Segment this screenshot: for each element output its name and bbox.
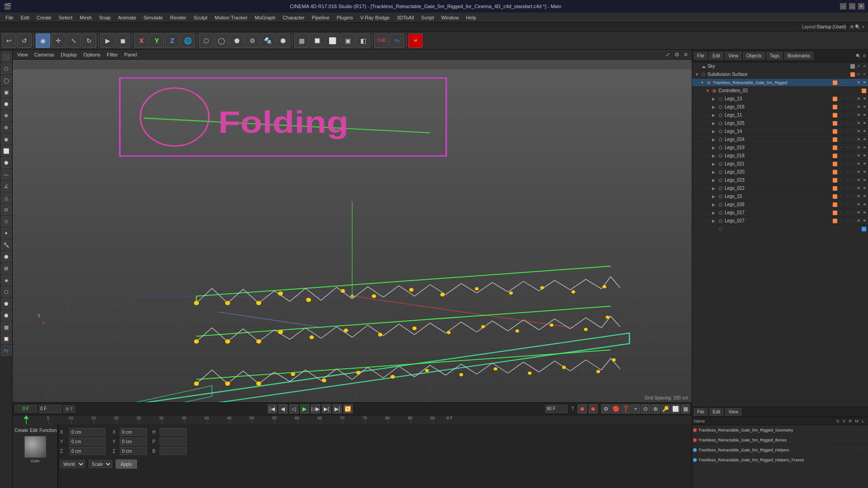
l023-b4[interactable]: ✕ [856,178,861,183]
legs019-expand[interactable]: ▶ [712,145,717,150]
redo-button[interactable]: ↺ [17,33,32,48]
legs023-expand[interactable]: ▶ [712,178,717,183]
l020-b3[interactable]: · [850,169,855,175]
l024-b4[interactable]: ✕ [856,137,861,142]
menu-snap[interactable]: Snap [95,13,114,23]
obj-row-legs11[interactable]: ▶ ⬡ Legs_11 ···✕✕ [692,111,868,119]
obj-view-btn[interactable]: View [725,52,741,60]
l016-b3[interactable]: · [850,104,855,110]
apply-button[interactable]: Apply [116,460,137,469]
l025-b5[interactable]: ✕ [862,121,867,126]
l027-b1[interactable]: · [838,218,844,224]
record-button[interactable]: ⏺ [578,404,587,413]
viewport-icon-settings[interactable]: ⚙ [673,51,681,59]
tool11[interactable]: ◧ [356,33,370,48]
obj-row-legs027[interactable]: ▶ ⬡ Legs_027 ···✕✕ [692,217,868,225]
b-field[interactable] [160,447,187,455]
sky-badge-2[interactable]: ✓ [862,64,867,69]
l022-b2[interactable]: · [844,186,849,191]
frame-input[interactable] [39,405,61,413]
l017-b2[interactable]: · [844,210,849,216]
l020-b1[interactable]: · [838,169,844,175]
l017-b4[interactable]: ✕ [856,210,861,216]
left-tool-24[interactable]: 🔲 [1,333,12,344]
sub-badge-1[interactable]: ✓ [856,72,861,77]
x-size-field[interactable]: 0 cm [120,428,147,436]
tool9[interactable]: ⬜ [325,33,340,48]
l017-b1[interactable]: · [838,210,844,216]
viewport-menu-panel[interactable]: Panel [122,50,140,60]
obj-row-legs15[interactable]: ▶ ⬡ Legs_15 ···✕✕ [692,192,868,201]
obj-row-legs018[interactable]: ▶ ⬡ Legs_018 ···✕✕ [692,152,868,160]
minimize-button[interactable]: ─ [840,3,846,9]
main-b1[interactable]: · [838,80,844,85]
tool4[interactable]: ⚙ [245,33,259,48]
l022-b3[interactable]: · [850,186,855,191]
left-tool-14[interactable]: ☉ [1,216,12,227]
record-active-button[interactable]: ⏺ [589,404,598,413]
timeline-tool-9[interactable]: ▦ [681,404,690,413]
legs018-expand[interactable]: ▶ [712,154,717,158]
left-tool-22[interactable]: ⬣ [1,310,12,321]
scale-dropdown[interactable]: Scale Size [89,460,112,468]
l022-b4[interactable]: ✕ [856,186,861,191]
attr-view-btn[interactable]: View [725,408,741,416]
obj-row-legs026[interactable]: ▶ ⬡ Legs_026 ···✕✕ [692,201,868,209]
left-tool-1[interactable]: ⬡ [1,63,12,74]
l021-b5[interactable]: ✕ [862,161,867,167]
maximize-button[interactable]: □ [849,3,855,9]
l13-b1[interactable]: · [838,96,844,102]
obj-edit-btn[interactable]: Edit [709,52,723,60]
menu-animate[interactable]: Animate [114,13,140,23]
end-frame-input[interactable] [545,405,568,413]
tool1[interactable]: ⬡ [199,33,213,48]
l14-b5[interactable]: ✕ [862,129,867,134]
render-view-button[interactable]: ▶ [100,33,115,48]
menu-sculpt[interactable]: Sculpt [190,13,211,23]
obj-row-controllers02-end[interactable]: ⬡ [692,225,868,233]
l027-b3[interactable]: · [850,218,855,224]
menu-create[interactable]: Create [33,13,55,23]
play-forward-button[interactable]: ▷▶ [311,404,320,413]
material-item[interactable]: Gate [14,436,56,463]
l020-b2[interactable]: · [844,169,849,175]
subdivision-expand[interactable]: ▼ [695,72,700,77]
l016-b2[interactable]: · [844,104,849,110]
legs14-expand[interactable]: ▶ [712,129,717,134]
l14-b1[interactable]: · [838,129,844,134]
material-create-btn[interactable]: Create [14,428,28,433]
ctrl02-expand[interactable]: ▼ [706,89,711,93]
l14-b3[interactable]: · [850,129,855,134]
l024-b5[interactable]: ✕ [862,137,867,142]
timeline-tool-4[interactable]: + [631,404,640,413]
x-axis-button[interactable]: X [134,33,149,48]
obj-row-legs14[interactable]: ▶ ⬡ Legs_14 ···✕✕ [692,127,868,136]
legs025-expand[interactable]: ▶ [712,121,717,126]
move-button[interactable]: ✛ [51,33,66,48]
legs022-expand[interactable]: ▶ [712,186,717,191]
tool2[interactable]: ◯ [214,33,229,48]
legs017-expand[interactable]: ▶ [712,211,717,215]
menu-3dtoall[interactable]: 3DToAll [393,13,418,23]
loop-button[interactable]: 🔁 [344,404,353,413]
legs027-expand[interactable]: ▶ [712,219,717,223]
l016-b4[interactable]: ✕ [856,104,861,110]
main-b4[interactable]: ✕ [856,80,861,85]
step-back-button[interactable]: ◀ [278,404,288,413]
l020-b4[interactable]: ✕ [856,169,861,175]
python-btn[interactable]: Py [390,33,404,48]
l018-b1[interactable]: · [838,153,844,159]
scale-button[interactable]: ⤡ [66,33,81,48]
l13-b3[interactable]: · [850,96,855,102]
l11-b4[interactable]: ✕ [856,113,861,118]
timeline-tool-8[interactable]: ⬜ [671,404,680,413]
menu-help[interactable]: Help [462,13,480,23]
attr-file-btn[interactable]: File [694,408,708,416]
sub-badge-2[interactable]: ✓ [862,72,867,77]
l020-b5[interactable]: ✕ [862,169,867,175]
l023-b1[interactable]: · [838,178,844,183]
attr-edit-btn[interactable]: Edit [709,408,723,416]
l15-b4[interactable]: ✕ [856,194,861,199]
menu-mograph[interactable]: MoGraph [251,13,279,23]
menu-script[interactable]: Script [418,13,438,23]
